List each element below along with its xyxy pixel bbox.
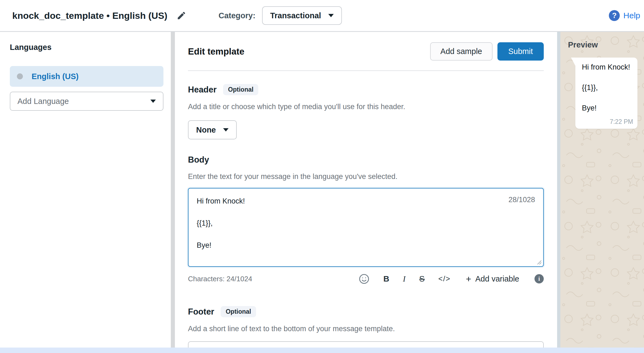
plus-icon: + [466,274,471,283]
section-divider [188,70,544,71]
body-text-input[interactable]: Hi from Knock! {{1}}, Bye! [189,189,543,266]
footer-section-description: Add a short line of text to the bottom o… [188,324,544,333]
template-editor-main: Edit template Add sample Submit Header O… [175,32,557,353]
add-variable-button[interactable]: + Add variable [464,274,521,284]
editor-actions: Add sample Submit [430,42,544,61]
category-label: Category: [218,11,255,20]
info-icon[interactable]: i [534,274,544,283]
header-section-description: Add a title or choose which type of medi… [188,102,544,111]
edit-title-button[interactable] [177,11,186,20]
editor-header: Edit template Add sample Submit [188,42,544,61]
message-bubble: Hi from Knock! {{1}}, Bye! 7:22 PM [575,58,637,129]
formatting-tools: B I S </> + Add variable i [359,273,544,285]
page-title: knock_doc_template • English (US) [12,10,167,21]
optional-badge: Optional [223,84,258,95]
submit-button[interactable]: Submit [497,42,544,61]
main-scrollbar[interactable] [557,32,560,353]
preview-heading: Preview [568,40,640,49]
edit-template-heading: Edit template [188,46,244,57]
body-section-heading: Body [188,155,544,165]
category-dropdown[interactable]: Transactional [262,6,342,25]
language-label: English (US) [32,72,78,81]
footer-section-heading: Footer Optional [188,306,544,317]
resize-handle-icon[interactable] [536,259,542,265]
bubble-line: Bye! [582,104,632,112]
help-label: Help [623,11,640,20]
languages-sidebar: Languages English (US) Add Language [0,32,171,353]
add-language-placeholder: Add Language [17,97,69,106]
category-group: Category: Transactional [218,6,342,25]
sidebar-scrollbar[interactable] [171,32,175,353]
body-section-title: Body [188,155,209,165]
footer-section-title: Footer [188,307,214,317]
language-status-dot [17,73,23,79]
content-layout: Languages English (US) Add Language Edit… [0,32,644,353]
help-icon: ? [609,10,620,21]
add-language-dropdown[interactable]: Add Language [10,92,163,111]
preview-panel: Preview Hi from Knock! {{1}}, Bye! 7:22 … [560,32,644,353]
top-bar: knock_doc_template • English (US) Catego… [0,0,644,32]
header-type-value: None [196,125,216,134]
code-icon[interactable]: </> [438,275,451,283]
sidebar-item-english-us[interactable]: English (US) [10,66,163,87]
whatsapp-template-editor: knock_doc_template • English (US) Catego… [0,0,644,353]
chevron-down-icon [328,14,334,17]
header-section-heading: Header Optional [188,84,544,95]
body-section-description: Enter the text for your message in the l… [188,172,544,181]
help-link[interactable]: ? Help [609,10,640,21]
languages-heading: Languages [10,43,163,52]
bottom-bar [0,348,644,353]
header-section-title: Header [188,85,217,95]
chevron-down-icon [223,128,229,131]
add-variable-label: Add variable [475,274,519,283]
message-timestamp: 7:22 PM [610,118,633,125]
emoji-icon[interactable] [359,273,370,285]
bubble-line: {{1}}, [582,83,632,92]
category-value: Transactional [270,11,321,20]
characters-count: Characters: 24/1024 [188,275,252,283]
italic-icon[interactable]: I [403,275,406,283]
header-type-dropdown[interactable]: None [188,120,237,139]
bubble-line: Hi from Knock! [582,63,632,71]
add-sample-button[interactable]: Add sample [430,42,493,61]
body-text-field-wrap: Hi from Knock! {{1}}, Bye! 28/1028 [188,188,544,267]
body-toolbar: Characters: 24/1024 B I S </> [188,273,544,285]
chevron-down-icon [150,100,156,103]
pencil-icon [177,11,186,20]
bold-icon[interactable]: B [383,275,389,283]
strikethrough-icon[interactable]: S [419,275,425,283]
body-char-counter: 28/1028 [508,196,535,204]
optional-badge: Optional [221,306,256,317]
